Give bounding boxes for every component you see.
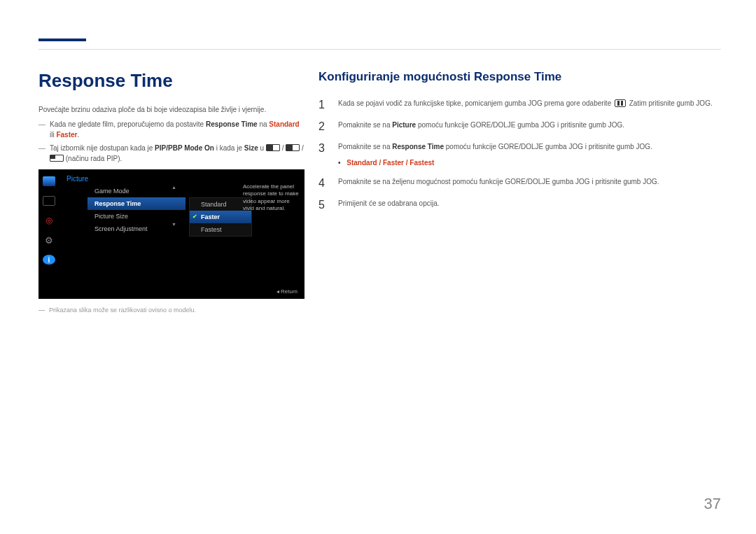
osd-menu-primary: Game Mode Response Time Picture Size Scr… — [88, 185, 186, 235]
menu-icon — [615, 99, 626, 107]
step-5: Primijenit će se odabrana opcija. — [318, 198, 721, 209]
note1-f: Faster — [56, 131, 77, 139]
pip-icon — [43, 196, 55, 206]
accent-bar — [38, 38, 86, 41]
osd-option-faster: Faster — [190, 211, 251, 223]
config-heading: Konfiguriranje mogućnosti Response Time — [318, 70, 721, 84]
osd-scroll-arrows: ▲▼ — [172, 185, 176, 227]
osd-description: Accelerate the panel response rate to ma… — [243, 183, 299, 213]
steps-list: Kada se pojavi vodič za funkcijske tipke… — [318, 98, 721, 152]
monitor-icon — [43, 176, 55, 186]
note1-d: Standard — [269, 120, 299, 128]
note2-g: u — [258, 144, 264, 152]
osd-screenshot: ◎ ⚙ i Picture Game Mode Response Time Pi… — [38, 169, 304, 299]
target-icon: ◎ — [43, 216, 55, 225]
image-disclaimer: Prikazana slika može se razlikovati ovis… — [38, 306, 304, 316]
note2-f: Size — [244, 144, 258, 152]
info-icon: i — [43, 255, 55, 265]
osd-option-standard: Standard — [190, 198, 251, 211]
osd-item-screen-adjustment: Screen Adjustment — [88, 223, 186, 235]
options-bullet: Standard / Faster / Fastest — [338, 159, 721, 167]
step-3: Pomaknite se na Response Time pomoću fun… — [318, 141, 721, 152]
note1-b: Response Time — [206, 120, 258, 128]
gear-icon: ⚙ — [43, 235, 55, 245]
osd-item-game-mode: Game Mode — [88, 185, 186, 197]
step-1: Kada se pojavi vodič za funkcijske tipke… — [318, 98, 721, 108]
note2-e: i kada je — [214, 144, 244, 152]
top-rule — [38, 49, 721, 50]
manual-page: Response Time Povećajte brzinu odaziva p… — [0, 0, 756, 534]
note2-h: (načinu rada PIP). — [66, 155, 122, 162]
section-heading: Response Time — [38, 70, 304, 92]
osd-option-fastest: Fastest — [190, 223, 251, 236]
intro-text: Povećajte brzinu odaziva ploče da bi boj… — [38, 104, 304, 115]
osd-main: Picture Game Mode Response Time Picture … — [59, 169, 304, 299]
osd-item-picture-size: Picture Size — [88, 210, 186, 223]
note2-b: PIP/PBP Mode — [155, 144, 202, 152]
note2-a: Taj izbornik nije dostupan kada je — [50, 144, 155, 152]
content-row: Response Time Povećajte brzinu odaziva p… — [38, 70, 721, 318]
left-column: Response Time Povećajte brzinu odaziva p… — [38, 70, 304, 318]
step-2: Pomaknite se na Picture pomoću funkcije … — [318, 120, 721, 130]
note1-a: Kada ne gledate film, preporučujemo da p… — [50, 120, 206, 128]
pip-size-icon-large — [266, 144, 280, 151]
pip-size-icon-small — [50, 155, 64, 162]
osd-sidebar: ◎ ⚙ i — [38, 169, 59, 299]
note1-g: . — [77, 131, 79, 139]
right-column: Konfiguriranje mogućnosti Response Time … — [318, 70, 721, 318]
note2-d: On — [204, 144, 214, 152]
note-2: Taj izbornik nije dostupan kada je PIP/P… — [38, 143, 304, 164]
osd-return-hint: Return — [276, 288, 298, 295]
osd-item-response-time: Response Time — [88, 197, 186, 210]
page-number: 37 — [704, 495, 721, 513]
step-4: Pomaknite se na željenu mogućnost pomoću… — [318, 176, 721, 187]
note1-c: na — [258, 120, 270, 128]
note-1: Kada ne gledate film, preporučujemo da p… — [38, 119, 304, 140]
pip-size-icon-med — [286, 144, 300, 151]
steps-list-2: Pomaknite se na željenu mogućnost pomoću… — [318, 176, 721, 209]
